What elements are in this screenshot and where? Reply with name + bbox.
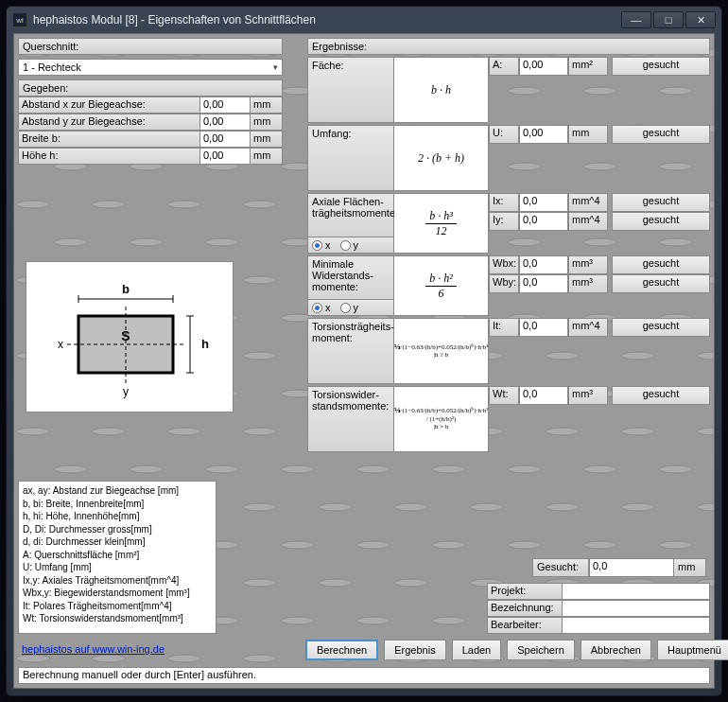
result-block: Minimale Widerstands- momente:xyb · h²6W… (307, 255, 710, 316)
abbrechen-button[interactable]: Abbrechen (581, 640, 651, 660)
result-line: U:0,00mmgesucht (489, 125, 710, 144)
querschnitt-value: 1 - Rechteck (23, 61, 81, 73)
result-label: Torsionswider- standsmomente: (307, 386, 394, 452)
legend-line: d, di: Durchmesser klein[mm] (23, 535, 212, 549)
project-value[interactable] (563, 600, 710, 617)
status-bar: Berechnung manuell oder durch [Enter] au… (18, 667, 710, 684)
rectangle-diagram-svg: S x y b h (35, 271, 224, 403)
radio-dot-icon (340, 240, 351, 251)
speichern-button[interactable]: Speichern (507, 640, 575, 660)
gesucht-button[interactable]: gesucht (612, 125, 710, 144)
input-value[interactable]: 0,00 (199, 114, 251, 131)
result-symbol: Wt: (489, 386, 519, 405)
svg-text:S: S (121, 328, 130, 343)
result-value[interactable]: 0,00 (519, 57, 568, 76)
svg-rect-0 (78, 316, 173, 373)
project-block: Projekt:Bezeichnung:Bearbeiter: (487, 583, 710, 634)
formula-display: b · h (394, 57, 489, 123)
minimize-button[interactable]: — (621, 11, 651, 28)
app-icon: wi (12, 12, 27, 27)
axis-radios: xy (307, 237, 394, 254)
result-unit: mm^4 (568, 212, 608, 231)
result-value[interactable]: 0,0 (519, 274, 568, 293)
radio-dot-icon (312, 303, 322, 313)
ergebnis-button[interactable]: Ergebnis (384, 640, 445, 660)
input-unit: mm (251, 148, 283, 165)
gesucht-button[interactable]: gesucht (612, 57, 710, 76)
svg-text:x: x (58, 338, 63, 351)
result-symbol: Wby: (489, 274, 519, 293)
svg-text:y: y (123, 385, 129, 398)
input-unit: mm (251, 97, 283, 114)
app-window: wi hephaistos Modul [8] - Eigenschaften … (6, 6, 722, 696)
window-title: hephaistos Modul [8] - Eigenschaften von… (33, 13, 316, 26)
input-label: Höhe h: (18, 148, 199, 165)
gesucht-value[interactable]: 0,0 (589, 558, 674, 577)
result-line: It:0,0mm^4gesucht (489, 318, 710, 337)
legend-line: It: Polares Trägheitsmoment[mm^4] (23, 600, 212, 613)
radio-y[interactable]: y (340, 302, 359, 313)
result-label: Torsionsträgheits- moment: (307, 318, 394, 384)
svg-text:h: h (201, 337, 209, 351)
maximize-button[interactable]: □ (653, 11, 684, 28)
result-symbol: Iy: (489, 212, 519, 231)
formula-display: ⅓·(1−0.63/(h/b)+0.052/(h/b)⁵)·h·b³ |h ≥ … (394, 318, 489, 384)
legend-line: ax, ay: Abstand zur Biegeachse [mm] (23, 484, 212, 498)
radio-label: y (354, 239, 359, 251)
radio-y[interactable]: y (340, 239, 359, 251)
radio-x[interactable]: x (312, 302, 331, 313)
result-block: Umfang:2 · (b + h)U:0,00mmgesucht (307, 125, 710, 191)
gesucht-button[interactable]: gesucht (612, 193, 710, 212)
querschnitt-combo[interactable]: 1 - Rechteck (18, 59, 283, 76)
legend-line: U: Umfang [mm] (23, 561, 212, 574)
input-value[interactable]: 0,00 (199, 131, 251, 148)
legend-line: Wbx,y: Biegewiderstandsmoment [mm³] (23, 587, 212, 600)
project-value[interactable] (563, 617, 710, 634)
project-row: Bezeichnung: (487, 600, 710, 617)
result-unit: mm³ (568, 255, 608, 274)
input-value[interactable]: 0,00 (199, 148, 251, 165)
svg-text:b: b (122, 282, 130, 296)
input-unit: mm (251, 131, 283, 148)
result-unit: mm (568, 125, 608, 144)
gesucht-button[interactable]: gesucht (612, 318, 710, 337)
result-value[interactable]: 0,00 (519, 125, 568, 144)
input-row: Breite b:0,00mm (18, 131, 283, 148)
result-line: Wby:0,0mm³gesucht (489, 274, 710, 293)
result-value[interactable]: 0,0 (519, 212, 568, 231)
project-value[interactable] (563, 583, 710, 600)
laden-button[interactable]: Laden (452, 640, 502, 660)
axis-radios: xy (307, 300, 394, 316)
titlebar: wi hephaistos Modul [8] - Eigenschaften … (7, 7, 721, 33)
result-unit: mm² (568, 57, 608, 76)
result-value[interactable]: 0,0 (519, 318, 568, 337)
input-row: Abstand x zur Biegeachse:0,00mm (18, 97, 283, 114)
result-symbol: Ix: (489, 193, 519, 212)
result-symbol: U: (489, 125, 519, 144)
result-value[interactable]: 0,0 (519, 255, 568, 274)
input-label: Abstand x zur Biegeachse: (18, 97, 199, 114)
gesucht-button[interactable]: gesucht (612, 212, 710, 231)
result-label: Minimale Widerstands- momente: (307, 255, 394, 300)
result-unit: mm³ (568, 386, 608, 405)
close-button[interactable]: ✕ (685, 11, 716, 28)
result-line: A:0,00mm²gesucht (489, 57, 710, 76)
hauptmenu-button[interactable]: Hauptmenü (657, 640, 728, 660)
gesucht-button[interactable]: gesucht (612, 255, 710, 274)
input-value[interactable]: 0,00 (199, 97, 251, 114)
gesucht-button[interactable]: gesucht (612, 274, 710, 293)
radio-dot-icon (340, 303, 351, 313)
result-block: Fäche:b · hA:0,00mm²gesucht (307, 57, 710, 123)
radio-label: x (325, 302, 331, 313)
input-label: Abstand y zur Biegeachse: (18, 114, 199, 131)
website-link[interactable]: hephaistos auf www.win-ing.de (22, 643, 165, 655)
result-line: Ix:0,0mm^4gesucht (489, 193, 710, 212)
gesucht-button[interactable]: gesucht (612, 386, 710, 405)
result-unit: mm^4 (568, 193, 608, 212)
result-value[interactable]: 0,0 (519, 193, 568, 212)
berechnen-button[interactable]: Berechnen (305, 640, 378, 660)
client-area: Querschnitt: 1 - Rechteck Gegeben: Absta… (13, 33, 715, 689)
radio-x[interactable]: x (312, 239, 331, 251)
result-value[interactable]: 0,0 (519, 386, 568, 405)
project-label: Bezeichnung: (487, 600, 563, 617)
